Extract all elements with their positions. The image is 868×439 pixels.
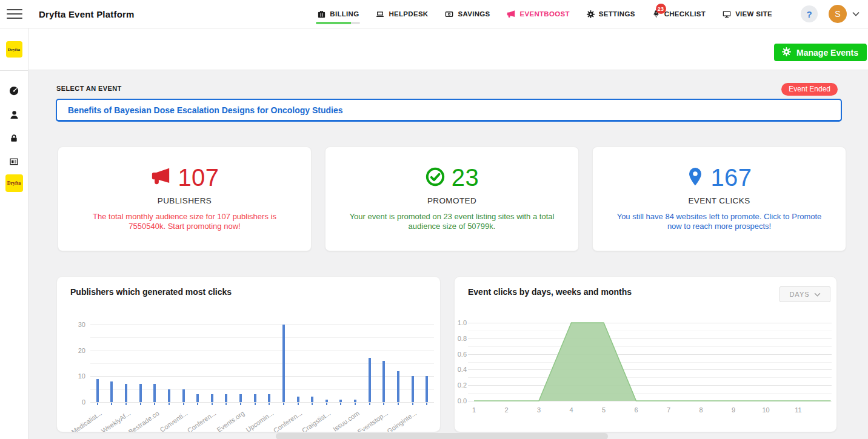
bar-x-label: Medicalist... [70,409,102,432]
event-clicks-count: 167 [710,164,752,191]
newspaper-icon[interactable] [8,157,19,167]
help-button[interactable]: ? [801,5,818,22]
megaphone-icon [506,10,516,19]
area-x-label: 3 [537,406,541,414]
event-clicks-label: EVENT CLICKS [688,196,750,205]
bar[interactable] [326,400,328,402]
bar[interactable] [254,394,256,402]
bar[interactable] [153,384,156,402]
check-circle-icon [425,167,446,190]
bar-x-label: WeeklyAf... [100,409,132,432]
bar[interactable] [268,394,270,402]
publishers-clicks-bar-chart: Publishers which generated most clicks 0… [56,276,441,432]
bar[interactable] [297,397,299,402]
user-icon[interactable] [9,110,19,120]
dryfta-logo-secondary[interactable]: Dryfta [5,174,23,192]
bar[interactable] [412,376,414,402]
bar[interactable] [426,376,428,402]
nav-helpdesk[interactable]: HELPDESK [375,10,428,19]
bar-y-tick: 0 [67,398,85,406]
lock-icon[interactable] [9,133,19,144]
bar[interactable] [397,371,399,402]
gears-icon [781,47,792,59]
bar[interactable] [354,400,356,402]
bar[interactable] [96,379,99,402]
nav-checklist-label: CHECKLIST [664,10,706,18]
publishers-label: PUBLISHERS [158,196,212,205]
bar-x-label: Conventi... [158,409,189,432]
megaphone-icon [150,167,172,190]
dryfta-logo[interactable]: Dryfta [6,41,22,58]
nav-settings-label: SETTINGS [599,10,635,18]
bar[interactable] [168,389,170,402]
horizontal-scrollbar-thumb[interactable] [276,433,608,439]
bar[interactable] [196,394,199,402]
bar[interactable] [311,397,313,402]
bar[interactable] [382,361,385,402]
bar[interactable] [125,384,127,402]
area-x-label: 4 [569,406,573,414]
bar-y-tick: 20 [67,347,85,354]
bar-x-label: Goinginte... [386,409,418,432]
select-event-label: SELECT AN EVENT [56,85,122,92]
area-y-tick: 0.6 [454,351,467,358]
event-ended-badge: Event Ended [781,83,838,96]
bar-x-label: Upcomin... [244,409,275,432]
bar[interactable] [182,389,185,402]
location-pin-icon [686,166,704,190]
event-select-value: Benefits of Bayesian Dose Escalation Des… [68,105,343,115]
manage-events-button[interactable]: Manage Events [774,44,867,61]
area-x-label: 6 [634,406,638,414]
gear-icon [586,10,595,19]
bar-y-tick: 30 [67,321,85,328]
nav-billing[interactable]: BILLING [317,10,359,19]
manage-events-label: Manage Events [796,48,858,58]
menu-hamburger-icon[interactable] [7,6,22,22]
bar[interactable] [110,381,113,402]
nav-eventboost-label: EVENTBOOST [519,10,569,18]
chevron-down-icon [814,292,821,297]
period-dropdown[interactable]: DAYS [780,286,830,302]
area-x-label: 10 [762,406,769,414]
billing-icon [317,10,326,19]
area-x-label: 1 [472,406,476,414]
promoted-description[interactable]: Your event is promoted on 23 event listi… [347,212,556,232]
bar[interactable] [339,400,342,402]
left-sidebar: Dryfta Dryfta [0,0,28,439]
top-nav: BILLING HELPDESK SAVINGS EVENTBOOST SETT… [317,9,772,19]
charts-row: Publishers which generated most clicks 0… [56,276,837,432]
chevron-down-icon[interactable] [852,12,860,16]
bar[interactable] [139,384,142,402]
stats-row: 107 PUBLISHERS The total monthly audienc… [58,147,846,251]
toolbar-band: Manage Events [28,28,868,70]
area-y-tick: 0.8 [454,335,467,342]
checklist-count-badge: 23 [656,4,666,14]
event-clicks-description[interactable]: You still have 84 websites left to promo… [615,212,824,232]
bar[interactable] [369,358,371,402]
bar[interactable] [239,394,242,402]
app-title: Dryfta Event Platform [39,9,135,19]
nav-view-site[interactable]: VIEW SITE [722,10,772,19]
bar-chart-title: Publishers which generated most clicks [70,287,232,297]
bar[interactable] [225,394,227,402]
bar[interactable] [282,325,285,402]
area-x-label: 9 [732,406,735,414]
nav-settings[interactable]: SETTINGS [586,10,635,19]
bar-x-label: Events.org [216,409,246,432]
event-clicks-stat-card: 167 EVENT CLICKS You still have 84 websi… [592,147,846,251]
billing-progress-underline [316,22,360,24]
nav-checklist[interactable]: 23 CHECKLIST [652,9,706,19]
period-dropdown-value: DAYS [789,291,809,298]
publishers-description[interactable]: The total monthly audience size for 107 … [80,212,289,232]
dashboard-icon[interactable] [8,85,19,96]
event-select-dropdown[interactable]: Benefits of Bayesian Dose Escalation Des… [56,99,842,122]
area-y-tick: 0.0 [454,397,467,404]
nav-savings[interactable]: SAVINGS [444,10,490,19]
nav-eventboost[interactable]: EVENTBOOST [506,10,569,19]
bar-x-label: Eventstop... [356,409,389,432]
area-x-label: 5 [602,406,606,414]
nav-billing-label: BILLING [330,10,359,18]
promoted-stat-card: 23 PROMOTED Your event is promoted on 23… [325,147,579,251]
bar[interactable] [211,394,213,402]
avatar[interactable]: S [829,5,847,23]
